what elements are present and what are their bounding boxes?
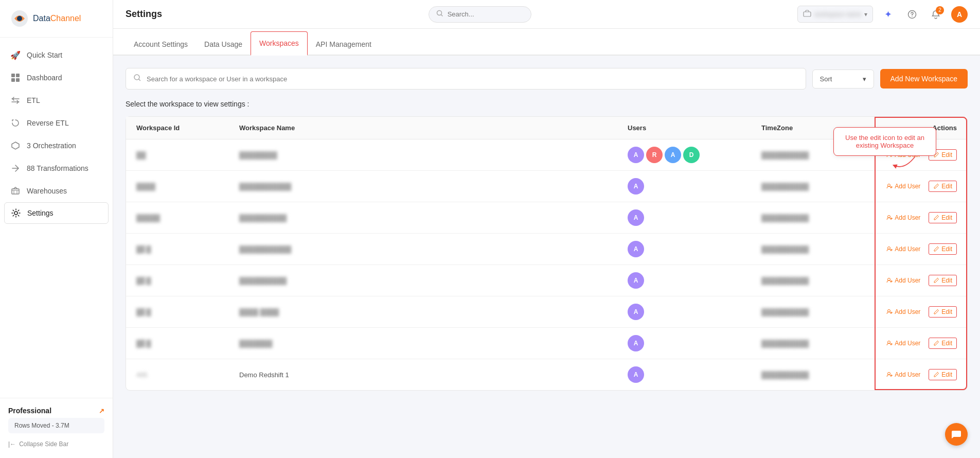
workspace-id-cell: █████ [136, 214, 239, 222]
sidebar-nav: 🚀 Quick Start Dashboard ETL Reverse ETL [0, 38, 113, 398]
notification-badge: 2 [936, 6, 944, 14]
sort-dropdown[interactable]: Sort ▾ [812, 69, 874, 89]
edit-button[interactable]: Edit [929, 369, 957, 380]
users-cell: A [628, 366, 761, 383]
tab-workspaces[interactable]: Workspaces [251, 31, 308, 56]
settings-icon [11, 208, 21, 218]
transformations-icon [10, 163, 21, 173]
chevron-down-icon: ▾ [864, 11, 867, 18]
edit-button[interactable]: Edit [929, 181, 957, 192]
add-workspace-button[interactable]: Add New Workspace [880, 69, 968, 89]
sidebar-item-warehouses[interactable]: Warehouses [0, 180, 113, 202]
workspace-name-cell: ██████████ [239, 277, 628, 285]
add-user-button[interactable]: Add User [886, 245, 920, 253]
callout-arrow [889, 155, 920, 170]
timezone-cell: ██████████ [761, 277, 864, 285]
add-user-button[interactable]: Add User [886, 340, 920, 347]
sidebar-item-transformations[interactable]: 88 Transformations [0, 157, 113, 180]
user-avatar: A [628, 272, 644, 289]
sidebar-item-dashboard[interactable]: Dashboard [0, 66, 113, 89]
sidebar-item-reverse-etl[interactable]: Reverse ETL [0, 112, 113, 134]
sidebar-item-quick-start[interactable]: 🚀 Quick Start [0, 44, 113, 66]
search-icon [436, 10, 443, 19]
timezone-cell: ██████████ [761, 308, 864, 316]
top-header: Settings workspace name ▾ ✦ [113, 0, 980, 29]
edit-button[interactable]: Edit [929, 275, 957, 286]
edit-callout: Use the edit icon to edit an existing Wo… [833, 127, 936, 156]
user-avatar-btn[interactable]: A [951, 6, 968, 23]
workspace-name-cell: ███████████ [239, 245, 628, 253]
chevron-down-icon: ▾ [863, 75, 866, 83]
actions-cell: Add User Edit [864, 275, 957, 286]
rows-moved-label: Rows Moved - 3.7M [14, 422, 69, 429]
workspace-selector[interactable]: workspace name ▾ [797, 6, 873, 23]
actions-cell: Add User Edit [864, 243, 957, 255]
logo: DataChannel [0, 0, 113, 38]
user-avatar: A [628, 366, 644, 383]
tab-data-usage[interactable]: Data Usage [196, 33, 251, 56]
workspace-id-cell: █▊█ [136, 308, 239, 316]
workspace-name-cell: ████████ [239, 151, 628, 159]
users-cell: A R A D [628, 147, 761, 163]
help-btn[interactable] [904, 6, 920, 23]
tab-account-settings[interactable]: Account Settings [126, 33, 196, 56]
sidebar-item-orchestration[interactable]: 3 Orchestration [0, 134, 113, 157]
users-cell: A [628, 335, 761, 351]
edit-button[interactable]: Edit [929, 306, 957, 318]
table-row: █▊█ ████ ████ A ██████████ Add User Edit [126, 296, 967, 328]
sidebar-item-label: Quick Start [27, 51, 62, 59]
header-center [429, 6, 531, 23]
workspaces-content: Sort ▾ Add New Workspace Select the work… [113, 56, 980, 403]
add-user-button[interactable]: Add User [886, 371, 920, 378]
workspace-name-cell: ████ ████ [239, 308, 628, 316]
user-avatar: D [683, 147, 700, 163]
plan-title: Professional ↗ [8, 407, 104, 415]
users-cell: A [628, 304, 761, 320]
sidebar-item-label: Warehouses [27, 187, 67, 195]
workspace-id-cell: █▊█ [136, 277, 239, 285]
search-input[interactable] [448, 10, 520, 18]
sidebar-item-settings[interactable]: Settings [4, 202, 109, 224]
edit-button[interactable]: Edit [929, 212, 957, 223]
svg-point-8 [14, 212, 17, 215]
svg-rect-7 [12, 189, 19, 194]
user-avatar: A [628, 241, 644, 257]
upgrade-icon[interactable]: ↗ [99, 407, 104, 415]
chat-bubble-btn[interactable] [945, 423, 968, 446]
logo-data-text: Data [33, 14, 50, 23]
table-row: █▊█ ███████████ A ██████████ Add User Ed… [126, 234, 967, 265]
main-content: Settings workspace name ▾ ✦ [113, 0, 980, 458]
tab-api-management[interactable]: API Management [308, 33, 380, 56]
workspace-id-cell: █▊█ [136, 340, 239, 347]
user-avatar: A [628, 209, 644, 226]
page-title: Settings [126, 9, 162, 20]
svg-point-12 [912, 16, 913, 17]
col-workspace-id: Workspace Id [136, 124, 239, 132]
header-search-bar[interactable] [429, 6, 531, 23]
svg-rect-10 [804, 12, 811, 16]
users-cell: A [628, 209, 761, 226]
sidebar-item-etl[interactable]: ETL [0, 89, 113, 112]
plan-section: Professional ↗ Rows Moved - 3.7M [8, 407, 104, 433]
add-user-button[interactable]: Add User [886, 183, 920, 190]
ai-sparkle-btn[interactable]: ✦ [880, 6, 897, 23]
notifications-btn[interactable]: 2 [928, 6, 944, 23]
timezone-cell: ██████████ [761, 371, 864, 379]
edit-button[interactable]: Edit [929, 243, 957, 255]
collapse-sidebar-btn[interactable]: |← Collapse Side Bar [8, 438, 104, 450]
workspace-table: Use the edit icon to edit an existing Wo… [126, 116, 968, 391]
user-avatar: A [628, 147, 644, 163]
collapse-label: Collapse Side Bar [19, 441, 68, 448]
workspace-id-cell: ██ [136, 151, 239, 159]
workspace-search-bar[interactable] [126, 68, 806, 90]
add-user-button[interactable]: Add User [886, 214, 920, 221]
add-user-button[interactable]: Add User [886, 308, 920, 315]
workspace-name-cell: ███████████ [239, 183, 628, 190]
select-workspace-label: Select the workspace to view settings : [126, 100, 968, 108]
briefcase-icon [803, 9, 811, 19]
warehouses-icon [10, 186, 21, 196]
svg-point-1 [17, 16, 22, 21]
workspace-search-input[interactable] [147, 75, 798, 83]
add-user-button[interactable]: Add User [886, 277, 920, 284]
edit-button[interactable]: Edit [929, 338, 957, 349]
